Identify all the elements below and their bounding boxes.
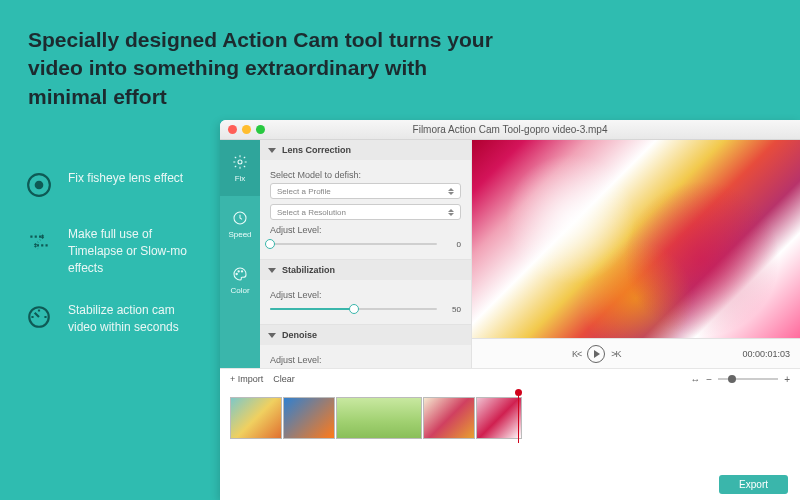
timecode: 00:00:01:03: [742, 349, 790, 359]
clear-button[interactable]: Clear: [273, 374, 295, 384]
chevron-down-icon: [268, 333, 276, 338]
stabilization-slider[interactable]: [270, 304, 437, 314]
adjust-level-label: Adjust Level:: [270, 290, 461, 300]
timeline[interactable]: [220, 389, 800, 468]
section-title: Stabilization: [282, 265, 335, 275]
section-lens-correction[interactable]: Lens Correction: [260, 140, 471, 160]
video-preview: K< >K 00:00:01:03: [472, 140, 800, 368]
import-button[interactable]: + Import: [230, 374, 263, 384]
stepper-icon: [448, 209, 454, 216]
tab-speed[interactable]: Speed: [220, 196, 260, 252]
slider-value: 50: [443, 305, 461, 314]
feature-text: Fix fisheye lens effect: [68, 170, 194, 187]
svg-point-6: [238, 270, 239, 271]
svg-point-5: [236, 273, 237, 274]
feature-item: Fix fisheye lens effect: [24, 170, 194, 200]
playhead[interactable]: [518, 393, 519, 443]
chevron-down-icon: [268, 148, 276, 153]
adjust-level-label: Adjust Level:: [270, 355, 461, 365]
tab-label: Fix: [235, 174, 246, 183]
side-tabs: Fix Speed Color: [220, 140, 260, 368]
clock-icon: [232, 210, 248, 226]
timeline-toolbar: + Import Clear ↔ − +: [220, 369, 800, 389]
fisheye-icon: [24, 170, 54, 200]
feature-text: Make full use of Timelapse or Slow-mo ef…: [68, 226, 194, 276]
tab-label: Color: [230, 286, 249, 295]
stepper-icon: [448, 188, 454, 195]
tab-color[interactable]: Color: [220, 252, 260, 308]
window-title: Filmora Action Cam Tool-gopro video-3.mp…: [220, 124, 800, 135]
player-controls: K< >K 00:00:01:03: [472, 338, 800, 368]
lens-adjust-slider[interactable]: [270, 239, 437, 249]
section-title: Lens Correction: [282, 145, 351, 155]
svg-point-1: [35, 181, 44, 190]
section-title: Denoise: [282, 330, 317, 340]
resolution-select[interactable]: Select a Resolution: [270, 204, 461, 220]
select-placeholder: Select a Profile: [277, 187, 331, 196]
adjust-level-label: Adjust Level:: [270, 225, 461, 235]
next-frame-button[interactable]: >K: [611, 349, 620, 359]
timelapse-arrows-icon: [24, 226, 54, 256]
svg-point-3: [238, 160, 242, 164]
section-stabilization[interactable]: Stabilization: [260, 260, 471, 280]
app-window: Filmora Action Cam Tool-gopro video-3.mp…: [220, 120, 800, 500]
palette-icon: [232, 266, 248, 282]
video-frame[interactable]: [472, 140, 800, 338]
clip-thumbnail[interactable]: [336, 397, 422, 439]
settings-panel: Lens Correction Select Model to defish: …: [260, 140, 472, 368]
profile-select[interactable]: Select a Profile: [270, 183, 461, 199]
svg-point-7: [241, 270, 242, 271]
select-placeholder: Select a Resolution: [277, 208, 346, 217]
clip-thumbnail[interactable]: [423, 397, 475, 439]
feature-item: Make full use of Timelapse or Slow-mo ef…: [24, 226, 194, 276]
clip-thumbnail[interactable]: [476, 397, 522, 439]
titlebar: Filmora Action Cam Tool-gopro video-3.mp…: [220, 120, 800, 140]
play-button[interactable]: [587, 345, 605, 363]
gear-icon: [232, 154, 248, 170]
clip-thumbnail[interactable]: [230, 397, 282, 439]
chevron-down-icon: [268, 268, 276, 273]
feature-list: Fix fisheye lens effect Make full use of…: [24, 170, 194, 362]
feature-text: Stabilize action cam video within second…: [68, 302, 194, 336]
fit-icon[interactable]: ↔: [690, 374, 700, 385]
prev-frame-button[interactable]: K<: [572, 349, 581, 359]
zoom-slider[interactable]: [718, 378, 778, 380]
feature-item: Stabilize action cam video within second…: [24, 302, 194, 336]
clip-thumbnail[interactable]: [283, 397, 335, 439]
zoom-in-button[interactable]: +: [784, 374, 790, 385]
hero-headline: Specially designed Action Cam tool turns…: [28, 26, 500, 111]
select-model-label: Select Model to defish:: [270, 170, 461, 180]
gauge-icon: [24, 302, 54, 332]
tab-label: Speed: [228, 230, 251, 239]
tab-fix[interactable]: Fix: [220, 140, 260, 196]
slider-value: 0: [443, 240, 461, 249]
export-button[interactable]: Export: [719, 475, 788, 494]
zoom-out-button[interactable]: −: [706, 374, 712, 385]
section-denoise[interactable]: Denoise: [260, 325, 471, 345]
